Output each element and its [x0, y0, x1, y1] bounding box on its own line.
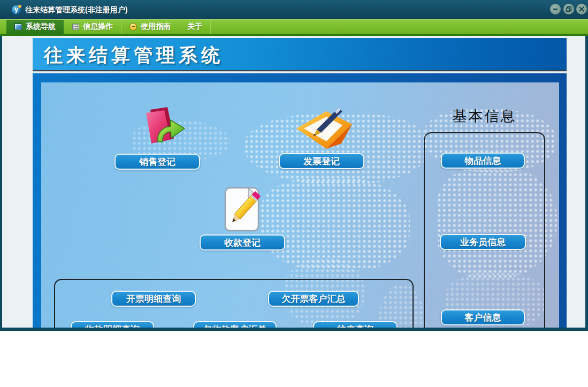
grid-icon [72, 24, 79, 30]
invoice-register-button[interactable]: 发票登记 [279, 153, 364, 169]
tab-label: 关于 [187, 22, 202, 32]
minimize-icon [552, 6, 559, 12]
title-bar: y 往来结算管理系统(非注册用户) [0, 0, 588, 19]
menu-bar: 系统导航 信息操作 使用指南 关于 [0, 19, 588, 34]
screen: y 往来结算管理系统(非注册用户) 系统导航 [0, 0, 588, 387]
menu-divider [0, 34, 588, 36]
window-icon [14, 24, 22, 30]
tab-user-guide[interactable]: 使用指南 [121, 20, 179, 34]
owed-receipt-customer-summary-button[interactable]: 欠收款客户汇总 [193, 321, 277, 328]
invoice-pen-icon[interactable] [292, 107, 356, 153]
receipt-detail-query-button[interactable]: 收款明细查询 [71, 321, 154, 328]
sales-register-button[interactable]: 销售登记 [114, 154, 200, 170]
receipt-pencil-icon[interactable] [223, 186, 263, 233]
receipt-register-button[interactable]: 收款登记 [200, 234, 285, 251]
app-logo-icon: y [12, 5, 21, 14]
world-map-dots [260, 178, 410, 271]
invoice-detail-query-button[interactable]: 开票明细查询 [111, 291, 196, 307]
app-window: y 往来结算管理系统(非注册用户) 系统导航 [0, 0, 588, 331]
tab-label: 使用指南 [141, 22, 171, 32]
header-band: 往来结算管理系统 [33, 38, 567, 71]
tab-about[interactable]: 关于 [179, 20, 211, 34]
tab-label: 信息操作 [83, 22, 113, 32]
item-info-button[interactable]: 物品信息 [441, 153, 525, 169]
minimize-button[interactable] [550, 4, 561, 14]
main-panel: 销售登记 发票登记 收款登记 开票明细查询 欠开票客户汇总 收款明细查询 欠收款… [33, 73, 567, 328]
tab-info-operations[interactable]: 信息操作 [64, 20, 121, 34]
restore-button[interactable] [563, 4, 574, 14]
sales-folder-arrow-icon[interactable] [140, 105, 193, 153]
page-title: 往来结算管理系统 [33, 38, 567, 68]
close-icon [578, 6, 585, 12]
tab-label: 系统导航 [26, 22, 56, 32]
salesman-info-button[interactable]: 业务员信息 [440, 234, 526, 250]
basic-info-title: 基本信息 [424, 107, 545, 126]
window-title: 往来结算管理系统(非注册用户) [25, 5, 127, 15]
query-group-box [54, 279, 414, 328]
restore-icon [566, 6, 572, 12]
app-logo-letter: y [14, 6, 18, 13]
owed-invoice-customer-summary-button[interactable]: 欠开票客户汇总 [268, 291, 359, 307]
customer-info-button[interactable]: 客户信息 [441, 309, 525, 325]
close-button[interactable] [576, 4, 587, 14]
help-coin-icon [129, 23, 137, 31]
transactions-query-button[interactable]: 往来查询 [313, 321, 398, 328]
tab-system-navigation[interactable]: 系统导航 [6, 20, 64, 34]
